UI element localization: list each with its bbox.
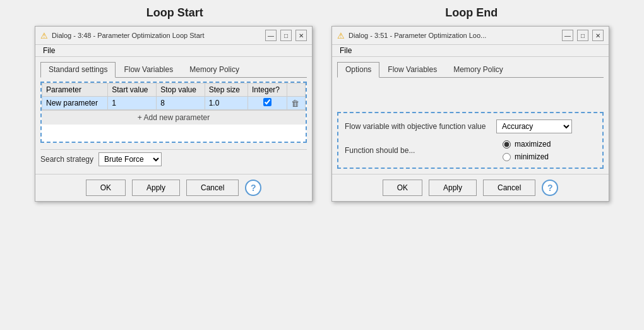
loop-end-dialog: ⚠ Dialog - 3:51 - Parameter Optimization… [331, 26, 609, 202]
minimized-radio[interactable] [503, 153, 511, 161]
loop-end-title: Loop End [445, 6, 498, 20]
tab-memory-policy-left[interactable]: Memory Policy [181, 62, 247, 77]
flow-variable-row: Flow variable with objective function va… [345, 119, 596, 133]
minimize-btn-right[interactable]: — [562, 30, 573, 41]
search-strategy-label: Search strategy [40, 155, 93, 164]
left-dialog-body: Standard settings Flow Variables Memory … [35, 57, 312, 174]
table-row[interactable]: New parameter 1 8 1.0 🗑 [42, 97, 306, 110]
right-dialog-body: Options Flow Variables Memory Policy Flo… [332, 57, 609, 174]
col-integer: Integer? [247, 83, 287, 97]
left-titlebar: ⚠ Dialog - 3:48 - Parameter Optimization… [35, 27, 312, 45]
cell-step[interactable]: 1.0 [205, 97, 247, 110]
right-titlebar: ⚠ Dialog - 3:51 - Parameter Optimization… [332, 27, 609, 45]
empty-space [337, 82, 604, 107]
right-menu: File [332, 45, 609, 57]
warning-icon-right: ⚠ [337, 31, 345, 40]
maximize-btn-left[interactable]: □ [280, 30, 292, 41]
options-inner-box: Flow variable with objective function va… [337, 112, 604, 169]
options-panel: Flow variable with objective function va… [337, 82, 604, 169]
file-menu-right[interactable]: File [337, 45, 354, 56]
maximized-label: maximized [515, 140, 551, 149]
minimized-label: minimized [515, 152, 549, 161]
integer-checkbox[interactable] [263, 98, 271, 106]
ok-btn-left[interactable]: OK [86, 180, 126, 196]
delete-row-btn[interactable]: 🗑 [291, 99, 299, 108]
cell-delete[interactable]: 🗑 [287, 97, 306, 110]
flow-variable-select[interactable]: Accuracy [496, 119, 572, 133]
col-start-value: Start value [108, 83, 157, 97]
col-delete [287, 83, 306, 97]
file-menu-left[interactable]: File [40, 45, 57, 56]
minimize-btn-left[interactable]: — [265, 30, 277, 41]
cell-parameter: New parameter [42, 97, 108, 110]
col-stop-value: Stop value [157, 83, 205, 97]
tab-standard-settings[interactable]: Standard settings [40, 62, 116, 78]
right-dialog-footer: OK Apply Cancel ? [332, 174, 609, 201]
add-parameter-btn[interactable]: + Add new parameter [42, 110, 306, 125]
cancel-btn-right[interactable]: Cancel [483, 180, 535, 196]
cancel-btn-left[interactable]: Cancel [186, 180, 239, 196]
tab-memory-policy-right[interactable]: Memory Policy [445, 62, 511, 77]
right-dialog-title: Dialog - 3:51 - Parameter Optimization L… [349, 32, 558, 39]
function-label: Function should be... [345, 146, 490, 155]
tab-flow-variables-left[interactable]: Flow Variables [116, 62, 181, 77]
help-btn-right[interactable]: ? [542, 180, 558, 196]
tab-options[interactable]: Options [337, 62, 379, 78]
col-step-size: Step size [205, 83, 247, 97]
loop-start-title: Loop Start [146, 6, 203, 20]
tab-flow-variables-right[interactable]: Flow Variables [379, 62, 445, 77]
function-row: Function should be... maximized minimize… [345, 140, 596, 161]
apply-btn-right[interactable]: Apply [429, 180, 477, 196]
cell-integer[interactable] [247, 97, 287, 110]
flow-variable-label: Flow variable with objective function va… [345, 122, 490, 131]
close-btn-left[interactable]: ✕ [295, 30, 307, 41]
search-strategy-row: Search strategy Brute Force [40, 149, 307, 169]
warning-icon-left: ⚠ [40, 31, 48, 40]
col-parameter: Parameter [42, 83, 108, 97]
apply-btn-left[interactable]: Apply [132, 180, 180, 196]
ok-btn-right[interactable]: OK [383, 180, 422, 196]
search-strategy-select[interactable]: Brute Force [98, 152, 162, 166]
parameter-table: Parameter Start value Stop value Step si… [42, 83, 306, 110]
left-dialog-title: Dialog - 3:48 - Parameter Optimization L… [52, 32, 261, 39]
radio-group: maximized minimized [496, 140, 551, 161]
loop-start-dialog: ⚠ Dialog - 3:48 - Parameter Optimization… [35, 26, 313, 202]
right-tabs: Options Flow Variables Memory Policy [337, 62, 604, 78]
left-dialog-footer: OK Apply Cancel ? [35, 174, 312, 201]
close-btn-right[interactable]: ✕ [592, 30, 604, 41]
maximize-btn-right[interactable]: □ [577, 30, 588, 41]
cell-stop[interactable]: 8 [157, 97, 205, 110]
maximized-row: maximized [503, 140, 551, 149]
maximized-radio[interactable] [503, 140, 511, 149]
help-btn-left[interactable]: ? [245, 180, 261, 196]
minimized-row: minimized [503, 152, 551, 161]
parameter-table-container: Parameter Start value Stop value Step si… [40, 82, 307, 143]
left-tabs: Standard settings Flow Variables Memory … [40, 62, 307, 78]
left-menu: File [35, 45, 312, 57]
cell-start[interactable]: 1 [108, 97, 157, 110]
